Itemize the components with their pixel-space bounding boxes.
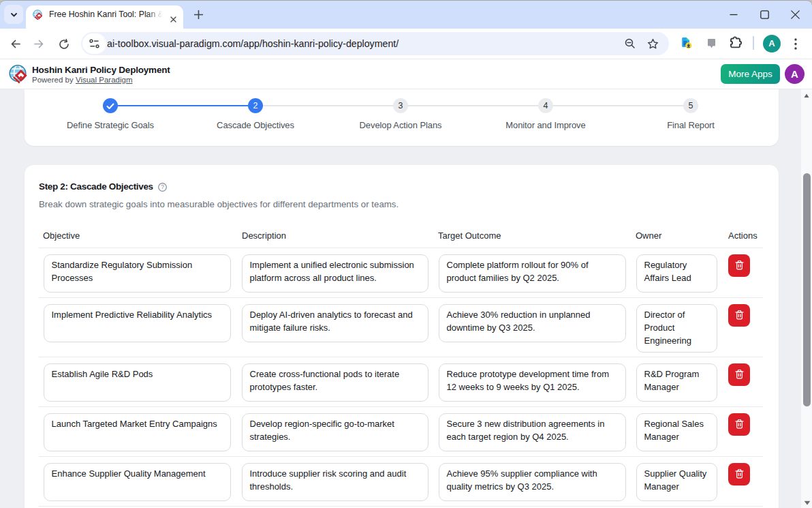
svg-text:?: ? <box>161 183 164 190</box>
